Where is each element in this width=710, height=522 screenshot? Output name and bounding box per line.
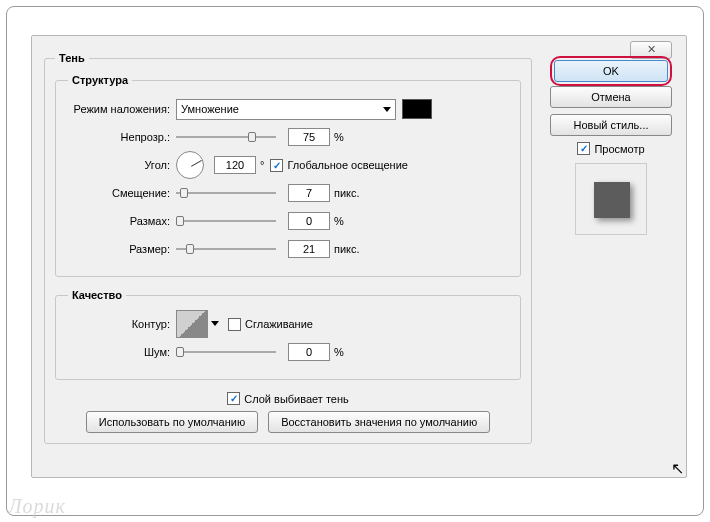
distance-unit: пикс. <box>334 187 360 199</box>
size-label: Размер: <box>68 243 176 255</box>
watermark: Лорик <box>8 495 66 518</box>
global-light-label: Глобальное освещение <box>287 159 408 171</box>
opacity-slider[interactable] <box>176 130 276 144</box>
distance-input[interactable]: 7 <box>288 184 330 202</box>
contour-row: Контур: Сглаживание <box>68 311 508 337</box>
spread-row: Размах: 0 % <box>68 208 508 234</box>
distance-label: Смещение: <box>68 187 176 199</box>
chevron-down-icon <box>211 321 219 326</box>
size-unit: пикс. <box>334 243 360 255</box>
ok-button[interactable]: OK <box>554 60 668 82</box>
side-area: OK Отмена Новый стиль... Просмотр <box>550 56 672 235</box>
structure-fieldset: Структура Режим наложения: Умножение Неп… <box>55 74 521 277</box>
shadow-color-swatch[interactable] <box>402 99 432 119</box>
preview-thumbnail <box>575 163 647 235</box>
chevron-down-icon <box>383 107 391 112</box>
angle-unit: ° <box>260 159 264 171</box>
antialias-label: Сглаживание <box>245 318 313 330</box>
size-row: Размер: 21 пикс. <box>68 236 508 262</box>
angle-row: Угол: 120 ° Глобальное освещение <box>68 152 508 178</box>
noise-unit: % <box>334 346 344 358</box>
spread-label: Размах: <box>68 215 176 227</box>
ok-button-highlight: OK <box>550 56 672 86</box>
knockout-label: Слой выбивает тень <box>244 393 349 405</box>
quality-fieldset: Качество Контур: Сглаживание Шум: 0 % <box>55 289 521 380</box>
blend-mode-select[interactable]: Умножение <box>176 99 396 120</box>
main-area: Тень Структура Режим наложения: Умножени… <box>44 52 532 456</box>
knockout-row: Слой выбивает тень <box>55 392 521 405</box>
contour-picker[interactable] <box>176 310 208 338</box>
shadow-fieldset: Тень Структура Режим наложения: Умножени… <box>44 52 532 444</box>
knockout-checkbox[interactable] <box>227 392 240 405</box>
shadow-legend: Тень <box>55 52 89 64</box>
spread-unit: % <box>334 215 344 227</box>
distance-row: Смещение: 7 пикс. <box>68 180 508 206</box>
size-slider[interactable] <box>176 242 276 256</box>
spread-slider[interactable] <box>176 214 276 228</box>
new-style-button[interactable]: Новый стиль... <box>550 114 672 136</box>
preview-checkbox[interactable] <box>577 142 590 155</box>
angle-dial[interactable] <box>176 151 204 179</box>
structure-legend: Структура <box>68 74 132 86</box>
make-default-button[interactable]: Использовать по умолчанию <box>86 411 258 433</box>
noise-label: Шум: <box>68 346 176 358</box>
distance-slider[interactable] <box>176 186 276 200</box>
blend-mode-value: Умножение <box>181 103 239 115</box>
preview-label: Просмотр <box>594 143 644 155</box>
cursor-icon: ↖ <box>671 459 684 478</box>
angle-label: Угол: <box>68 159 176 171</box>
global-light-checkbox[interactable] <box>270 159 283 172</box>
quality-legend: Качество <box>68 289 126 301</box>
noise-row: Шум: 0 % <box>68 339 508 365</box>
spread-input[interactable]: 0 <box>288 212 330 230</box>
blend-mode-row: Режим наложения: Умножение <box>68 96 508 122</box>
preview-row: Просмотр <box>550 142 672 155</box>
opacity-unit: % <box>334 131 344 143</box>
noise-input[interactable]: 0 <box>288 343 330 361</box>
size-input[interactable]: 21 <box>288 240 330 258</box>
cancel-button[interactable]: Отмена <box>550 86 672 108</box>
preview-shadow-icon <box>594 182 630 218</box>
opacity-input[interactable]: 75 <box>288 128 330 146</box>
contour-label: Контур: <box>68 318 176 330</box>
noise-slider[interactable] <box>176 345 276 359</box>
outer-frame: ✕ Тень Структура Режим наложения: Умноже… <box>6 6 704 516</box>
blend-mode-label: Режим наложения: <box>68 103 176 115</box>
default-buttons-row: Использовать по умолчанию Восстановить з… <box>55 411 521 433</box>
opacity-label: Непрозр.: <box>68 131 176 143</box>
reset-default-button[interactable]: Восстановить значения по умолчанию <box>268 411 490 433</box>
angle-input[interactable]: 120 <box>214 156 256 174</box>
antialias-checkbox[interactable] <box>228 318 241 331</box>
dialog-panel: ✕ Тень Структура Режим наложения: Умноже… <box>31 35 687 478</box>
opacity-row: Непрозр.: 75 % <box>68 124 508 150</box>
